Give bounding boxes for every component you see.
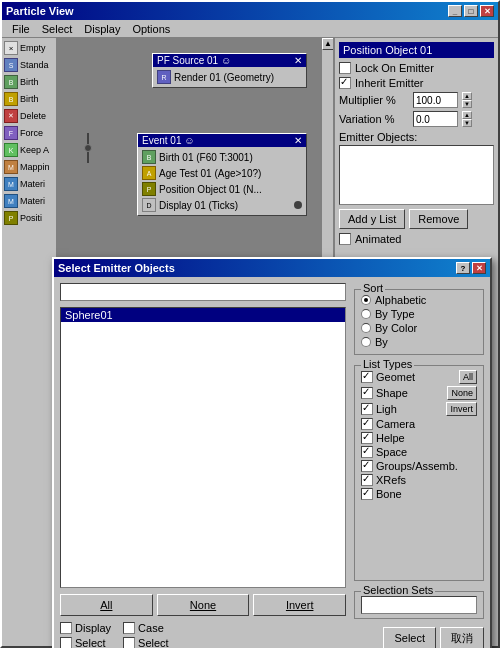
event-content: B Birth 01 (F60 T:3001) A Age Test 01 (A… [138, 147, 306, 215]
space-checkbox[interactable] [361, 446, 373, 458]
select-button[interactable]: Select [383, 627, 436, 648]
birth1-icon: B [4, 75, 18, 89]
variation-group: Variation % ▲ ▼ [339, 111, 494, 127]
search-input[interactable] [60, 283, 346, 301]
by-color-radio[interactable] [361, 323, 371, 333]
sidebar-label-standard: Standa [20, 60, 49, 70]
cancel-button[interactable]: 取消 [440, 627, 484, 648]
minimize-button[interactable]: _ [448, 5, 462, 17]
list-type-camera: Camera [361, 418, 477, 430]
animated-row: Animated [339, 233, 494, 245]
checkbox-col2: Case Select [123, 622, 169, 648]
invert-button[interactable]: Invert [253, 594, 346, 616]
select-checkbox-label: Select [75, 637, 106, 648]
dialog-close-button[interactable]: ✕ [472, 262, 486, 274]
scroll-track [322, 50, 333, 260]
menu-options[interactable]: Options [126, 22, 176, 36]
sidebar-item-mapping[interactable]: M Mappin [4, 159, 54, 175]
animated-label: Animated [355, 233, 401, 245]
emitter-objects-list[interactable] [339, 145, 494, 205]
sort-title: Sort [361, 282, 385, 294]
bone-label: Bone [376, 488, 402, 500]
list-type-shape: Shape None [361, 386, 477, 400]
list-item-sphere01[interactable]: Sphere01 [61, 308, 345, 322]
by-radio[interactable] [361, 337, 371, 347]
render-row: R Render 01 (Geometry) [157, 69, 302, 85]
sidebar-label-mapping: Mappin [20, 162, 50, 172]
multiplier-down[interactable]: ▼ [462, 100, 472, 108]
display-checkbox[interactable] [60, 622, 72, 634]
multiplier-up[interactable]: ▲ [462, 92, 472, 100]
menu-display[interactable]: Display [78, 22, 126, 36]
groups-checkbox[interactable] [361, 460, 373, 472]
sidebar-item-material1[interactable]: M Materi [4, 176, 54, 192]
list-types-group: List Types Geomet All Shape Non [354, 365, 484, 581]
event-row-0: B Birth 01 (F60 T:3001) [142, 149, 302, 165]
variation-up[interactable]: ▲ [462, 111, 472, 119]
light-invert-button[interactable]: Invert [446, 402, 477, 416]
menu-file[interactable]: File [6, 22, 36, 36]
variation-arrows: ▲ ▼ [462, 111, 472, 127]
animated-checkbox[interactable] [339, 233, 351, 245]
pf-source-content: R Render 01 (Geometry) [153, 67, 306, 87]
multiplier-arrows: ▲ ▼ [462, 92, 472, 108]
object-list[interactable]: Sphere01 [60, 307, 346, 588]
list-type-xrefs: XRefs [361, 474, 477, 486]
emitter-objects-label: Emitter Objects: [339, 131, 494, 143]
sidebar-item-birth1[interactable]: B Birth [4, 74, 54, 90]
close-button[interactable]: ✕ [480, 5, 494, 17]
select-emitter-dialog: Select Emitter Objects ? ✕ Sphere01 All … [52, 257, 492, 648]
shape-checkbox[interactable] [361, 387, 373, 399]
shape-none-button[interactable]: None [447, 386, 477, 400]
position-icon: P [4, 211, 18, 225]
remove-button[interactable]: Remove [409, 209, 468, 229]
maximize-button[interactable]: □ [464, 5, 478, 17]
select-checkbox[interactable] [60, 637, 72, 648]
render-icon: R [157, 70, 171, 84]
geometry-all-button[interactable]: All [459, 370, 477, 384]
keep-icon: K [4, 143, 18, 157]
particle-scrollbar[interactable]: ▲ ▼ [321, 38, 333, 288]
sidebar-item-birth2[interactable]: B Birth [4, 91, 54, 107]
pf-source-close[interactable]: ✕ [294, 55, 302, 66]
camera-checkbox[interactable] [361, 418, 373, 430]
lock-checkbox[interactable] [339, 62, 351, 74]
geometry-checkbox[interactable] [361, 371, 373, 383]
selection-sets-dropdown[interactable] [361, 596, 477, 614]
sidebar-item-keep[interactable]: K Keep A [4, 142, 54, 158]
dialog-help-button[interactable]: ? [456, 262, 470, 274]
event-close[interactable]: ✕ [294, 135, 302, 146]
case-checkbox[interactable] [123, 622, 135, 634]
sort-by[interactable]: By [361, 336, 477, 348]
light-checkbox[interactable] [361, 403, 373, 415]
xrefs-checkbox[interactable] [361, 474, 373, 486]
sidebar-item-force[interactable]: F Force [4, 125, 54, 141]
bone-checkbox[interactable] [361, 488, 373, 500]
multiplier-label: Multiplier % [339, 94, 409, 106]
standard-icon: S [4, 58, 18, 72]
scroll-up-btn[interactable]: ▲ [322, 38, 333, 50]
none-button[interactable]: None [157, 594, 250, 616]
all-button[interactable]: All [60, 594, 153, 616]
sidebar-item-material2[interactable]: M Materi [4, 193, 54, 209]
alphabetic-radio[interactable] [361, 295, 371, 305]
dialog-left: Sphere01 All None Invert Display [60, 283, 346, 648]
sidebar-item-delete[interactable]: ✕ Delete [4, 108, 54, 124]
sort-by-color[interactable]: By Color [361, 322, 477, 334]
multiplier-input[interactable] [413, 92, 458, 108]
sort-alphabetic[interactable]: Alphabetic [361, 294, 477, 306]
variation-input[interactable] [413, 111, 458, 127]
sidebar-item-standard[interactable]: S Standa [4, 57, 54, 73]
select2-checkbox[interactable] [123, 637, 135, 648]
menu-select[interactable]: Select [36, 22, 79, 36]
helper-checkbox[interactable] [361, 432, 373, 444]
inherit-checkbox[interactable] [339, 77, 351, 89]
sidebar-item-empty[interactable]: × Empty [4, 40, 54, 56]
sort-by-type[interactable]: By Type [361, 308, 477, 320]
event-row-2: P Position Object 01 (N... [142, 181, 302, 197]
checkbox-col1: Display Select [60, 622, 111, 648]
sidebar-item-position[interactable]: P Positi [4, 210, 54, 226]
add-list-button[interactable]: Add y List [339, 209, 405, 229]
by-type-radio[interactable] [361, 309, 371, 319]
variation-down[interactable]: ▼ [462, 119, 472, 127]
